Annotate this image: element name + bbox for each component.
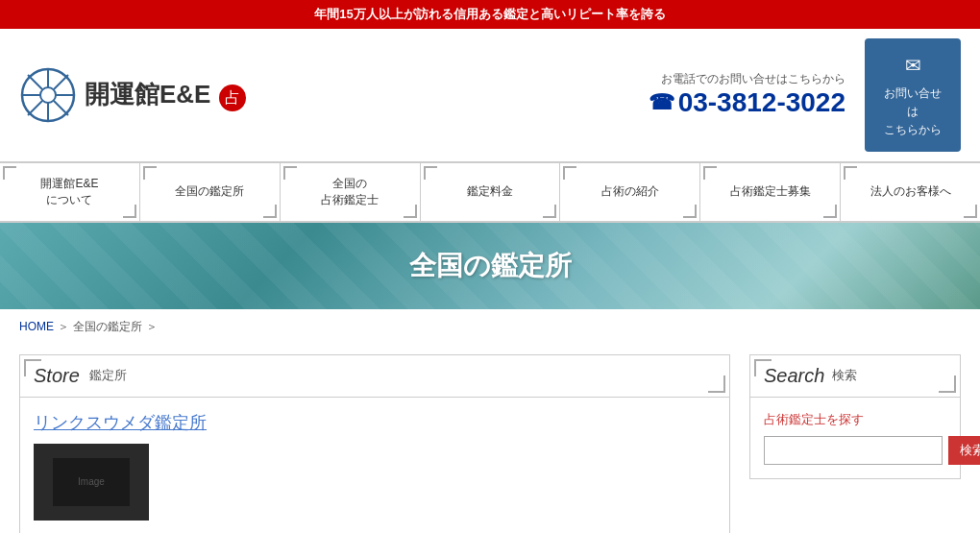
phone-number: 03-3812-3022	[649, 87, 845, 118]
search-row: 検索	[764, 436, 946, 465]
svg-point-1	[40, 87, 56, 103]
nav-item-pricing[interactable]: 鑑定料金	[421, 163, 561, 221]
breadcrumb-sep-2: ＞	[146, 319, 158, 335]
search-panel-header: Search 検索	[750, 355, 960, 398]
nav-item-about[interactable]: 開運館E&E について	[0, 163, 140, 221]
phone-section: お電話でのお問い合せはこちらから 03-3812-3022	[649, 71, 845, 118]
nav-item-introduction[interactable]: 占術の紹介	[560, 163, 700, 221]
store-item: リンクスウメダ鑑定所 Image	[20, 398, 729, 533]
breadcrumb-sep-1: ＞	[58, 319, 69, 335]
contact-label: お問い合せは こちらから	[880, 85, 945, 140]
logo-wheel-icon	[19, 66, 77, 124]
breadcrumb: HOME ＞ 全国の鑑定所 ＞	[0, 309, 980, 345]
main-nav: 開運館E&E について 全国の鑑定所 全国の 占術鑑定士 鑑定料金 占術の紹介 …	[0, 161, 980, 223]
logo-text: 開運館E&E 占	[85, 78, 246, 111]
store-panel-subtitle: 鑑定所	[89, 367, 127, 384]
svg-line-7	[54, 101, 68, 115]
store-item-body: Image	[34, 444, 716, 521]
header: 開運館E&E 占 お電話でのお問い合せはこちらから 03-3812-3022 ✉…	[0, 29, 980, 161]
svg-line-9	[28, 101, 42, 115]
breadcrumb-current: 全国の鑑定所	[73, 319, 142, 335]
nav-item-fortune-tellers[interactable]: 全国の 占術鑑定士	[281, 163, 421, 221]
phone-label: お電話でのお問い合せはこちらから	[649, 71, 845, 87]
header-right: お電話でのお問い合せはこちらから 03-3812-3022 ✉ お問い合せは こ…	[649, 38, 961, 152]
store-panel: Store 鑑定所 リンクスウメダ鑑定所 Image	[19, 354, 730, 533]
right-column: Search 検索 占術鑑定士を探す 検索	[749, 354, 961, 533]
hero-banner: 全国の鑑定所	[0, 223, 980, 309]
mail-icon: ✉	[905, 50, 921, 81]
top-banner: 年間15万人以上が訪れる信用ある鑑定と高いリピート率を誇る	[0, 0, 980, 29]
nav-item-recruitment[interactable]: 占術鑑定士募集	[700, 163, 841, 221]
store-item-title[interactable]: リンクスウメダ鑑定所	[34, 411, 716, 434]
hero-title: 全国の鑑定所	[409, 248, 572, 284]
contact-button[interactable]: ✉ お問い合せは こちらから	[865, 38, 961, 152]
store-panel-title: Store	[34, 365, 80, 387]
search-input[interactable]	[764, 436, 943, 465]
search-panel: Search 検索 占術鑑定士を探す 検索	[749, 354, 961, 479]
store-panel-header: Store 鑑定所	[20, 355, 729, 398]
search-panel-subtitle: 検索	[832, 367, 857, 384]
top-banner-text: 年間15万人以上が訪れる信用ある鑑定と高いリピート率を誇る	[314, 7, 665, 21]
main-content: Store 鑑定所 リンクスウメダ鑑定所 Image Search	[0, 345, 980, 533]
search-panel-body: 占術鑑定士を探す 検索	[750, 398, 960, 478]
search-panel-title: Search	[764, 365, 824, 387]
left-column: Store 鑑定所 リンクスウメダ鑑定所 Image	[19, 354, 730, 533]
nav-item-stores[interactable]: 全国の鑑定所	[140, 163, 281, 221]
svg-text:Image: Image	[78, 476, 105, 487]
store-item-image: Image	[34, 444, 149, 521]
logo: 開運館E&E 占	[19, 66, 246, 124]
search-button[interactable]: 検索	[948, 436, 980, 465]
search-label: 占術鑑定士を探す	[764, 411, 946, 428]
svg-line-6	[28, 75, 42, 89]
nav-item-corporate[interactable]: 法人のお客様へ	[841, 163, 980, 221]
breadcrumb-home[interactable]: HOME	[19, 320, 54, 333]
store-image-placeholder: Image	[53, 458, 130, 506]
svg-line-8	[54, 75, 68, 89]
logo-fortune-badge: 占	[219, 85, 246, 111]
